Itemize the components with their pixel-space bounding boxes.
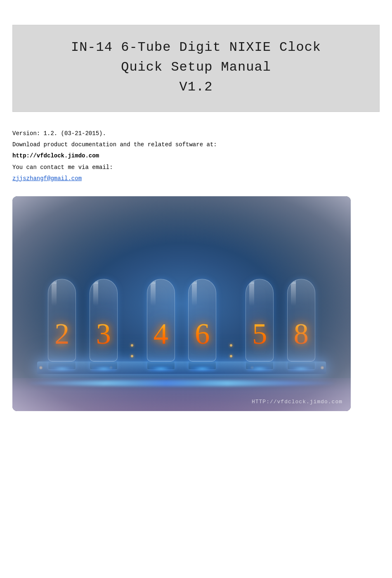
- tube-base-glow-2: [149, 366, 173, 372]
- colon-dot-bottom-3: [230, 355, 232, 357]
- email-anchor[interactable]: zjjszhangf@gmail.com: [12, 175, 82, 182]
- tube-glass-3: 6: [188, 279, 216, 362]
- tube-digit-3: 6: [195, 319, 210, 349]
- nixie-glow-strip: [29, 380, 334, 386]
- tube-base-2: [147, 362, 175, 370]
- tube-4: 5: [246, 279, 274, 370]
- version-info: Version: 1.2. (03-21-2015). Download pro…: [12, 128, 380, 184]
- page-title: IN-14 6-Tube Digit NIXIE Clock Quick Set…: [29, 38, 363, 97]
- tube-base-glow-1: [91, 366, 116, 372]
- tube-base-glow-5: [289, 366, 314, 372]
- tube-glass-0: 2: [48, 279, 76, 362]
- tube-glass-2: 4: [147, 279, 175, 362]
- nixie-clock-image: 2 3 4: [12, 196, 351, 411]
- tube-digit-1: 3: [96, 319, 111, 349]
- email-link[interactable]: zjjszhangf@gmail.com: [12, 174, 380, 184]
- tube-base-5: [287, 362, 315, 370]
- tube-base-glow-4: [247, 366, 272, 372]
- tube-digit-2: 4: [153, 319, 168, 349]
- tube-3: 6: [188, 279, 216, 370]
- tube-row: 2 3 4: [41, 279, 322, 370]
- tube-glass-1: 3: [90, 279, 118, 362]
- tube-digit-0: 2: [54, 319, 69, 349]
- page-wrapper: IN-14 6-Tube Digit NIXIE Clock Quick Set…: [0, 25, 392, 578]
- tube-top-3: [189, 279, 197, 283]
- version-line: Version: 1.2. (03-21-2015).: [12, 128, 380, 139]
- colon-dot-top-3: [230, 344, 232, 347]
- title-line3: V1.2: [179, 79, 213, 95]
- tube-base-glow-0: [50, 366, 74, 372]
- tube-digit-5: 8: [294, 319, 309, 349]
- website-url: http://vfdclock.jimdo.com: [12, 151, 380, 161]
- tube-1: 3: [90, 279, 118, 370]
- title-line2: Quick Setup Manual: [121, 59, 271, 75]
- tube-base-4: [246, 362, 274, 370]
- tube-5: 8: [287, 279, 315, 370]
- contact-line: You can contact me via email:: [12, 162, 380, 173]
- tube-base-glow-3: [190, 366, 215, 372]
- colon-dot-top-1: [131, 344, 133, 347]
- tube-base-0: [48, 362, 76, 370]
- tube-glass-5: 8: [287, 279, 315, 362]
- tube-top-1: [90, 279, 98, 283]
- title-box: IN-14 6-Tube Digit NIXIE Clock Quick Set…: [12, 25, 380, 112]
- tube-base-1: [90, 362, 118, 370]
- watermark: HTTP://vfdclock.jimdo.com: [252, 399, 342, 405]
- colon-1: [131, 332, 133, 370]
- download-line: Download product documentation and the r…: [12, 140, 380, 150]
- tube-2: 4: [147, 279, 175, 370]
- tube-top-2: [147, 279, 156, 283]
- tube-digit-4: 5: [252, 319, 267, 349]
- tube-top-0: [48, 279, 57, 283]
- tube-top-4: [246, 279, 254, 283]
- colon-3: [230, 332, 232, 370]
- colon-dot-bottom-1: [131, 355, 133, 357]
- footer-space: [0, 428, 392, 510]
- nixie-image-canvas: 2 3 4: [12, 196, 351, 411]
- tube-glass-4: 5: [246, 279, 274, 362]
- title-line1: IN-14 6-Tube Digit NIXIE Clock: [71, 40, 321, 55]
- tube-base-3: [188, 362, 216, 370]
- tube-top-5: [288, 279, 296, 283]
- tube-0: 2: [48, 279, 76, 370]
